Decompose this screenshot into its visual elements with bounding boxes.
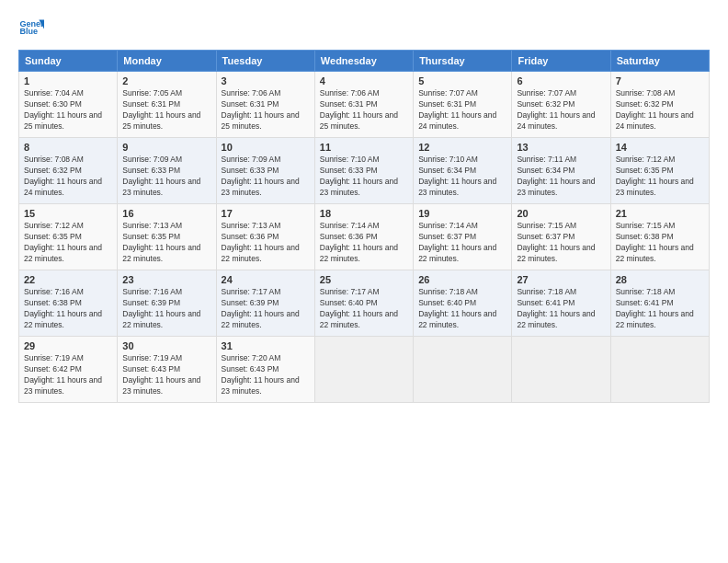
- day-number: 12: [418, 142, 506, 153]
- calendar-day-cell: 2 Sunrise: 7:05 AM Sunset: 6:31 PM Dayli…: [118, 72, 216, 138]
- calendar-day-cell: 14 Sunrise: 7:12 AM Sunset: 6:35 PM Dayl…: [610, 138, 709, 204]
- calendar-table: SundayMondayTuesdayWednesdayThursdayFrid…: [18, 50, 710, 403]
- calendar-day-cell: [414, 337, 512, 403]
- day-info: Sunrise: 7:20 AM Sunset: 6:43 PM Dayligh…: [222, 353, 310, 397]
- calendar-day-header: Thursday: [414, 51, 512, 72]
- logo-icon: General Blue: [18, 15, 44, 40]
- day-number: 21: [616, 208, 704, 219]
- calendar-week-row: 22 Sunrise: 7:16 AM Sunset: 6:38 PM Dayl…: [19, 270, 710, 337]
- calendar-day-header: Saturday: [610, 51, 709, 72]
- calendar-day-cell: 29 Sunrise: 7:19 AM Sunset: 6:42 PM Dayl…: [19, 337, 118, 403]
- calendar-day-cell: 26 Sunrise: 7:18 AM Sunset: 6:40 PM Dayl…: [414, 270, 512, 337]
- day-info: Sunrise: 7:12 AM Sunset: 6:35 PM Dayligh…: [616, 155, 704, 199]
- day-number: 26: [418, 274, 506, 285]
- calendar-day-cell: 31 Sunrise: 7:20 AM Sunset: 6:43 PM Dayl…: [216, 337, 314, 403]
- day-info: Sunrise: 7:09 AM Sunset: 6:33 PM Dayligh…: [222, 155, 310, 199]
- calendar-day-cell: 24 Sunrise: 7:17 AM Sunset: 6:39 PM Dayl…: [216, 270, 314, 337]
- day-number: 9: [122, 142, 210, 153]
- calendar-day-header: Wednesday: [314, 51, 413, 72]
- calendar-day-cell: 16 Sunrise: 7:13 AM Sunset: 6:35 PM Dayl…: [118, 204, 216, 270]
- day-info: Sunrise: 7:06 AM Sunset: 6:31 PM Dayligh…: [320, 88, 408, 132]
- calendar-day-cell: 9 Sunrise: 7:09 AM Sunset: 6:33 PM Dayli…: [118, 138, 216, 204]
- day-info: Sunrise: 7:14 AM Sunset: 6:37 PM Dayligh…: [418, 221, 506, 265]
- day-info: Sunrise: 7:04 AM Sunset: 6:30 PM Dayligh…: [24, 88, 112, 132]
- day-info: Sunrise: 7:19 AM Sunset: 6:43 PM Dayligh…: [122, 353, 210, 397]
- day-info: Sunrise: 7:15 AM Sunset: 6:38 PM Dayligh…: [616, 221, 704, 265]
- calendar-day-header: Tuesday: [216, 51, 314, 72]
- calendar-day-cell: 3 Sunrise: 7:06 AM Sunset: 6:31 PM Dayli…: [216, 72, 314, 138]
- day-info: Sunrise: 7:15 AM Sunset: 6:37 PM Dayligh…: [517, 221, 605, 265]
- day-number: 4: [320, 75, 408, 86]
- day-number: 22: [24, 274, 112, 285]
- day-number: 3: [222, 75, 310, 86]
- day-number: 28: [616, 274, 704, 285]
- day-info: Sunrise: 7:10 AM Sunset: 6:34 PM Dayligh…: [418, 155, 506, 199]
- calendar-week-row: 29 Sunrise: 7:19 AM Sunset: 6:42 PM Dayl…: [19, 337, 710, 403]
- calendar-header-row: SundayMondayTuesdayWednesdayThursdayFrid…: [19, 51, 710, 72]
- calendar-day-cell: [314, 337, 413, 403]
- day-number: 31: [222, 340, 310, 351]
- day-number: 25: [320, 274, 408, 285]
- day-number: 7: [616, 75, 704, 86]
- day-info: Sunrise: 7:08 AM Sunset: 6:32 PM Dayligh…: [24, 155, 112, 199]
- day-info: Sunrise: 7:19 AM Sunset: 6:42 PM Dayligh…: [24, 353, 112, 397]
- calendar-day-cell: 20 Sunrise: 7:15 AM Sunset: 6:37 PM Dayl…: [512, 204, 610, 270]
- day-info: Sunrise: 7:17 AM Sunset: 6:40 PM Dayligh…: [320, 287, 408, 331]
- day-number: 2: [122, 75, 210, 86]
- day-info: Sunrise: 7:05 AM Sunset: 6:31 PM Dayligh…: [122, 88, 210, 132]
- calendar-day-cell: 1 Sunrise: 7:04 AM Sunset: 6:30 PM Dayli…: [19, 72, 118, 138]
- day-info: Sunrise: 7:08 AM Sunset: 6:32 PM Dayligh…: [616, 88, 704, 132]
- calendar-day-cell: 13 Sunrise: 7:11 AM Sunset: 6:34 PM Dayl…: [512, 138, 610, 204]
- calendar-week-row: 1 Sunrise: 7:04 AM Sunset: 6:30 PM Dayli…: [19, 72, 710, 138]
- calendar-day-cell: 6 Sunrise: 7:07 AM Sunset: 6:32 PM Dayli…: [512, 72, 610, 138]
- calendar-day-header: Friday: [512, 51, 610, 72]
- day-number: 23: [122, 274, 210, 285]
- page: General Blue SundayMondayTuesdayWednesda…: [0, 0, 728, 563]
- day-info: Sunrise: 7:14 AM Sunset: 6:36 PM Dayligh…: [320, 221, 408, 265]
- day-info: Sunrise: 7:13 AM Sunset: 6:35 PM Dayligh…: [122, 221, 210, 265]
- day-number: 11: [320, 142, 408, 153]
- day-info: Sunrise: 7:07 AM Sunset: 6:32 PM Dayligh…: [517, 88, 605, 132]
- calendar-day-cell: 4 Sunrise: 7:06 AM Sunset: 6:31 PM Dayli…: [314, 72, 413, 138]
- day-number: 13: [517, 142, 605, 153]
- day-info: Sunrise: 7:12 AM Sunset: 6:35 PM Dayligh…: [24, 221, 112, 265]
- day-number: 1: [24, 75, 112, 86]
- calendar-day-cell: 11 Sunrise: 7:10 AM Sunset: 6:33 PM Dayl…: [314, 138, 413, 204]
- day-info: Sunrise: 7:13 AM Sunset: 6:36 PM Dayligh…: [222, 221, 310, 265]
- calendar-day-cell: 7 Sunrise: 7:08 AM Sunset: 6:32 PM Dayli…: [610, 72, 709, 138]
- calendar-day-cell: 5 Sunrise: 7:07 AM Sunset: 6:31 PM Dayli…: [414, 72, 512, 138]
- calendar-day-cell: 22 Sunrise: 7:16 AM Sunset: 6:38 PM Dayl…: [19, 270, 118, 337]
- day-number: 17: [222, 208, 310, 219]
- day-info: Sunrise: 7:18 AM Sunset: 6:41 PM Dayligh…: [616, 287, 704, 331]
- day-info: Sunrise: 7:17 AM Sunset: 6:39 PM Dayligh…: [222, 287, 310, 331]
- day-info: Sunrise: 7:16 AM Sunset: 6:38 PM Dayligh…: [24, 287, 112, 331]
- day-info: Sunrise: 7:18 AM Sunset: 6:41 PM Dayligh…: [517, 287, 605, 331]
- calendar-day-cell: 28 Sunrise: 7:18 AM Sunset: 6:41 PM Dayl…: [610, 270, 709, 337]
- calendar-day-cell: 18 Sunrise: 7:14 AM Sunset: 6:36 PM Dayl…: [314, 204, 413, 270]
- day-info: Sunrise: 7:11 AM Sunset: 6:34 PM Dayligh…: [517, 155, 605, 199]
- day-number: 29: [24, 340, 112, 351]
- calendar-day-cell: 25 Sunrise: 7:17 AM Sunset: 6:40 PM Dayl…: [314, 270, 413, 337]
- header: General Blue: [18, 15, 710, 40]
- logo: General Blue: [18, 15, 46, 40]
- day-number: 18: [320, 208, 408, 219]
- day-number: 20: [517, 208, 605, 219]
- day-number: 19: [418, 208, 506, 219]
- calendar-day-cell: [610, 337, 709, 403]
- day-number: 16: [122, 208, 210, 219]
- day-number: 27: [517, 274, 605, 285]
- calendar-day-cell: 23 Sunrise: 7:16 AM Sunset: 6:39 PM Dayl…: [118, 270, 216, 337]
- day-number: 30: [122, 340, 210, 351]
- calendar-day-cell: 8 Sunrise: 7:08 AM Sunset: 6:32 PM Dayli…: [19, 138, 118, 204]
- calendar-day-cell: 12 Sunrise: 7:10 AM Sunset: 6:34 PM Dayl…: [414, 138, 512, 204]
- day-info: Sunrise: 7:18 AM Sunset: 6:40 PM Dayligh…: [418, 287, 506, 331]
- svg-text:Blue: Blue: [19, 27, 38, 36]
- calendar-day-cell: 30 Sunrise: 7:19 AM Sunset: 6:43 PM Dayl…: [118, 337, 216, 403]
- day-info: Sunrise: 7:09 AM Sunset: 6:33 PM Dayligh…: [122, 155, 210, 199]
- calendar-day-cell: 10 Sunrise: 7:09 AM Sunset: 6:33 PM Dayl…: [216, 138, 314, 204]
- day-number: 5: [418, 75, 506, 86]
- day-number: 6: [517, 75, 605, 86]
- calendar-day-cell: 21 Sunrise: 7:15 AM Sunset: 6:38 PM Dayl…: [610, 204, 709, 270]
- calendar-day-cell: 19 Sunrise: 7:14 AM Sunset: 6:37 PM Dayl…: [414, 204, 512, 270]
- calendar-day-header: Sunday: [19, 51, 118, 72]
